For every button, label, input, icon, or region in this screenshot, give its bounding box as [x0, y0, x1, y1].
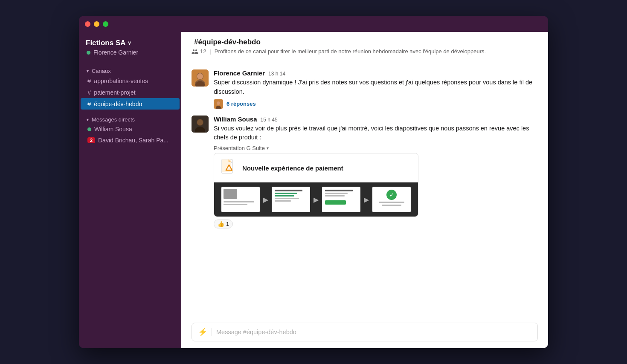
dm-section-label: Messages directs — [92, 116, 135, 123]
william-msg-text: Si vous voulez voir de plus près le trav… — [214, 124, 538, 143]
hash-icon: # — [87, 89, 91, 96]
thread-replies-link[interactable]: 6 réponses — [226, 101, 256, 107]
user-status: Florence Garnier — [86, 47, 174, 56]
florence-author: Florence Garnier — [214, 69, 265, 77]
william-message-content: William Sousa 15 h 45 Si vous voulez voi… — [214, 116, 538, 229]
message-input-area: ⚡ Message #équipe-dév-hebdo — [181, 318, 548, 348]
reaction-bar: 👍 1 — [214, 220, 538, 228]
william-author: William Sousa — [214, 116, 257, 123]
sidebar-item-equipe-dev-hebdo[interactable]: # équipe-dév-hebdo — [81, 98, 180, 110]
svg-point-3 — [197, 73, 203, 79]
attachment-caret-icon: ▾ — [267, 146, 269, 150]
attachment-card-header: Nouvelle expérience de paiement — [214, 153, 418, 182]
svg-point-6 — [217, 101, 220, 105]
attachment-title: Nouvelle expérience de paiement — [242, 165, 343, 172]
minimize-button[interactable] — [94, 21, 99, 27]
arrow-icon-2: ▶ — [314, 196, 319, 204]
channel-header: #équipe-dév-hebdo 12 | Profitons de ce c… — [181, 32, 548, 59]
florence-message-content: Florence Garnier 13 h 14 Super discussio… — [214, 69, 538, 109]
svg-point-11 — [197, 119, 203, 125]
slide-2 — [272, 187, 310, 212]
input-divider — [212, 328, 212, 336]
online-status-dot — [87, 51, 90, 55]
dm-label: David Brichau, Sarah Pa... — [98, 137, 168, 144]
william-status-dot — [87, 127, 91, 131]
reaction-count: 1 — [226, 221, 229, 227]
sidebar-item-david-sarah[interactable]: 2 David Brichau, Sarah Pa... — [81, 135, 180, 146]
channels-collapse-icon: ▼ — [86, 69, 90, 73]
attachment-label-text: Présentation G Suite — [214, 145, 265, 151]
current-user-name: Florence Garnier — [93, 49, 138, 56]
sidebar-item-approbations-ventes[interactable]: # approbations-ventes — [81, 75, 180, 87]
thread-preview[interactable]: 6 réponses — [214, 99, 538, 109]
workspace-header: Fictions SA ∨ Florence Garnier — [79, 35, 181, 61]
close-button[interactable] — [85, 21, 90, 27]
dm-label: William Sousa — [94, 126, 132, 133]
drive-icon — [220, 159, 237, 177]
app-window: Fictions SA ∨ Florence Garnier ▼ Canaux … — [79, 16, 548, 348]
lightning-icon: ⚡ — [198, 327, 207, 337]
app-body: Fictions SA ∨ Florence Garnier ▼ Canaux … — [79, 32, 548, 348]
channels-section: ▼ Canaux # approbations-ventes # paiemen… — [79, 67, 181, 110]
hash-icon: # — [87, 100, 91, 107]
channel-label: paiement-projet — [94, 89, 135, 96]
traffic-lights — [85, 21, 108, 27]
members-count: 12 — [200, 48, 206, 55]
attachment-preview: ▶ — [214, 182, 418, 217]
thread-avatar — [214, 99, 223, 109]
channel-description: Profitons de ce canal pour tirer le meil… — [215, 48, 486, 55]
channels-section-label: Canaux — [92, 68, 111, 74]
channel-meta: 12 | Profitons de ce canal pour tirer le… — [192, 48, 538, 55]
hash-icon: # — [87, 77, 91, 84]
thumbsup-reaction[interactable]: 👍 1 — [214, 220, 233, 228]
message-florence: Florence Garnier 13 h 14 Super discussio… — [181, 66, 548, 112]
arrow-icon-3: ▶ — [364, 196, 369, 204]
slide-1 — [221, 187, 260, 212]
sidebar-item-paiement-projet[interactable]: # paiement-projet — [81, 87, 180, 98]
meta-divider: | — [209, 48, 211, 55]
message-william: William Sousa 15 h 45 Si vous voulez voi… — [181, 112, 548, 232]
channel-label: approbations-ventes — [94, 78, 148, 84]
message-input-placeholder[interactable]: Message #équipe-dév-hebdo — [216, 329, 531, 335]
channels-section-header[interactable]: ▼ Canaux — [79, 67, 181, 75]
dm-collapse-icon: ▼ — [86, 118, 90, 122]
main-content: #équipe-dév-hebdo 12 | Profitons de ce c… — [181, 32, 548, 348]
messages-area[interactable]: Florence Garnier 13 h 14 Super discussio… — [181, 59, 548, 318]
florence-msg-text: Super discussion dynamique ! J'ai pris d… — [214, 78, 538, 97]
members-icon: 12 — [192, 48, 206, 55]
reaction-emoji: 👍 — [218, 221, 224, 227]
workspace-name[interactable]: Fictions SA ∨ — [86, 39, 174, 47]
attachment-label[interactable]: Présentation G Suite ▾ — [214, 145, 538, 151]
workspace-name-label: Fictions SA — [86, 39, 126, 47]
attachment-card[interactable]: Nouvelle expérience de paiement ▶ — [214, 153, 418, 217]
florence-time: 13 h 14 — [268, 71, 285, 77]
william-msg-header: William Sousa 15 h 45 — [214, 116, 538, 123]
sidebar-item-william-sousa[interactable]: William Sousa — [81, 124, 180, 135]
slide-4: ✓ — [372, 187, 411, 212]
message-input-box[interactable]: ⚡ Message #équipe-dév-hebdo — [192, 323, 538, 341]
florence-avatar — [192, 69, 209, 87]
dm-section: ▼ Messages directs William Sousa 2 David… — [79, 116, 181, 146]
arrow-icon-1: ▶ — [263, 196, 268, 204]
william-avatar — [192, 116, 209, 133]
channel-title: #équipe-dév-hebdo — [192, 38, 538, 46]
william-time: 15 h 45 — [261, 117, 278, 123]
channel-name-display: #équipe-dév-hebdo — [194, 38, 261, 46]
workspace-chevron: ∨ — [128, 40, 131, 46]
unread-badge: 2 — [87, 137, 95, 143]
maximize-button[interactable] — [103, 21, 108, 27]
florence-msg-header: Florence Garnier 13 h 14 — [214, 69, 538, 77]
title-bar — [79, 16, 548, 32]
channel-label: équipe-dév-hebdo — [94, 101, 142, 107]
sidebar: Fictions SA ∨ Florence Garnier ▼ Canaux … — [79, 32, 181, 348]
slide-3 — [322, 187, 360, 212]
dm-section-header[interactable]: ▼ Messages directs — [79, 116, 181, 124]
